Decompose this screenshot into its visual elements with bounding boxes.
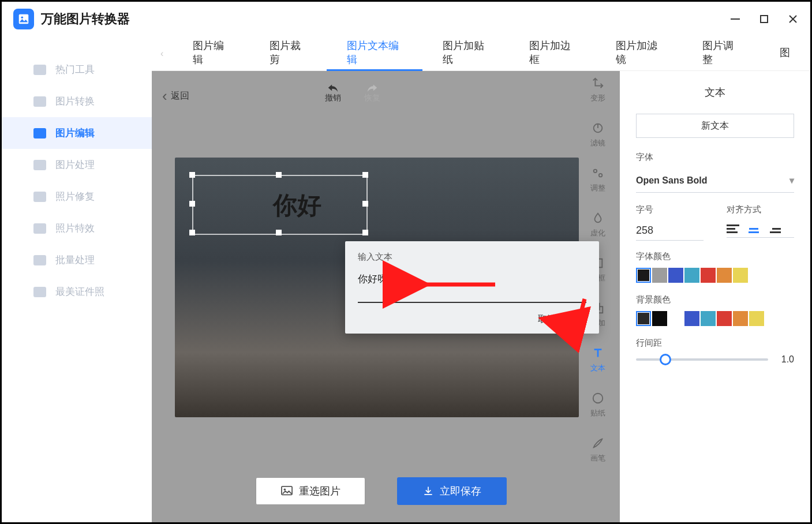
back-label: 返回 — [171, 90, 189, 102]
line-spacing-value: 1.0 — [777, 354, 794, 365]
text-icon — [592, 347, 604, 360]
sidebar-item-process[interactable]: 图片处理 — [2, 149, 152, 181]
tool-adjust[interactable]: 调整 — [590, 167, 605, 193]
sidebar-label: 图片处理 — [55, 158, 95, 171]
save-label: 立即保存 — [440, 484, 481, 498]
tool-sticker[interactable]: 贴纸 — [590, 392, 605, 418]
window-controls — [729, 13, 799, 25]
color-swatch[interactable] — [733, 268, 748, 283]
tool-text[interactable]: 文本 — [590, 347, 605, 373]
font-select[interactable]: Open Sans Bold ▾ — [636, 169, 794, 193]
color-swatch[interactable] — [733, 311, 748, 326]
minimize-button[interactable] — [729, 13, 741, 25]
size-label: 字号 — [636, 204, 704, 215]
tab-border[interactable]: 图片加边框 — [509, 36, 596, 71]
sidebar-item-batch[interactable]: 批量处理 — [2, 244, 152, 276]
dialog-cancel-button[interactable]: 取消 — [538, 313, 556, 325]
color-swatch[interactable] — [701, 268, 716, 283]
color-swatch[interactable] — [717, 268, 732, 283]
svg-point-10 — [593, 394, 603, 403]
new-text-button[interactable]: 新文本 — [636, 114, 794, 138]
right-panel: 文本 新文本 字体 Open Sans Bold ▾ 字号 258 对齐方式 字… — [620, 71, 810, 522]
filter-icon — [592, 122, 604, 134]
color-swatch[interactable] — [636, 268, 651, 283]
tab-adjust[interactable]: 图片调整 — [682, 36, 759, 71]
font-value: Open Sans Bold — [636, 175, 708, 186]
annotation-arrow — [570, 296, 593, 339]
redo-label: 恢复 — [364, 93, 380, 103]
sidebar-label: 热门工具 — [55, 63, 95, 76]
svg-point-1 — [21, 16, 23, 18]
tab-filter[interactable]: 图片加滤镜 — [596, 36, 682, 71]
close-button[interactable] — [787, 13, 799, 25]
tool-brush[interactable]: 画笔 — [590, 437, 605, 463]
sidebar-label: 批量处理 — [55, 253, 95, 267]
color-swatch[interactable] — [717, 311, 732, 326]
sidebar-item-convert[interactable]: 图片转换 — [2, 85, 152, 117]
color-swatch[interactable] — [652, 268, 667, 283]
panel-title: 文本 — [636, 85, 794, 99]
align-center-button[interactable] — [747, 224, 760, 234]
reselect-button[interactable]: 重选图片 — [256, 477, 365, 505]
tab-bar: ‹ 图片编辑 图片裁剪 图片文本编辑 图片加贴纸 图片加边框 图片加滤镜 图片调… — [152, 36, 810, 71]
tool-transform[interactable]: 变形 — [590, 77, 605, 103]
line-spacing-slider[interactable] — [636, 358, 768, 361]
color-swatch[interactable] — [636, 311, 651, 326]
sidebar-label: 最美证件照 — [55, 285, 104, 298]
undo-button[interactable]: 撤销 — [325, 83, 341, 103]
color-swatch[interactable] — [684, 311, 699, 326]
redo-button[interactable]: 恢复 — [364, 83, 380, 103]
save-button[interactable]: 立即保存 — [397, 477, 507, 505]
sidebar-label: 照片特效 — [55, 222, 95, 235]
tab-text[interactable]: 图片文本编辑 — [327, 36, 422, 71]
sidebar-item-hot[interactable]: 热门工具 — [2, 54, 152, 85]
effect-icon — [33, 223, 46, 234]
back-button[interactable]: 返回 — [162, 88, 189, 103]
slider-thumb[interactable] — [660, 354, 671, 365]
line-spacing-label: 行间距 — [636, 338, 794, 349]
canvas-text[interactable]: 你好 — [273, 189, 321, 222]
align-right-button[interactable] — [768, 224, 781, 234]
download-icon — [422, 485, 434, 497]
color-swatch[interactable] — [749, 311, 764, 326]
transform-icon — [592, 77, 604, 89]
color-swatch[interactable] — [668, 268, 683, 283]
tool-filter[interactable]: 滤镜 — [590, 122, 605, 148]
svg-rect-0 — [19, 14, 29, 24]
svg-point-5 — [594, 170, 597, 173]
app-title: 万能图片转换器 — [41, 10, 130, 28]
align-label: 对齐方式 — [727, 204, 794, 215]
font-label: 字体 — [636, 152, 794, 163]
idphoto-icon — [33, 287, 46, 297]
blur-icon — [592, 212, 604, 224]
svg-point-12 — [284, 488, 286, 491]
font-color-label: 字体颜色 — [636, 251, 794, 262]
undo-label: 撤销 — [325, 93, 341, 103]
tab-crop[interactable]: 图片裁剪 — [249, 36, 327, 71]
size-input[interactable]: 258 — [636, 221, 704, 241]
color-swatch[interactable] — [652, 311, 667, 326]
sidebar-item-repair[interactable]: 照片修复 — [2, 181, 152, 212]
sidebar-label: 照片修复 — [55, 190, 95, 203]
tab-scroll-left[interactable]: ‹ — [152, 48, 173, 59]
bg-color-label: 背景颜色 — [636, 294, 794, 305]
titlebar: 万能图片转换器 — [2, 2, 810, 36]
font-color-swatches — [636, 268, 794, 283]
edit-icon — [33, 128, 46, 139]
sidebar-item-idphoto[interactable]: 最美证件照 — [2, 276, 152, 308]
tab-edit[interactable]: 图片编辑 — [173, 36, 250, 71]
tool-blur[interactable]: 虚化 — [590, 212, 605, 238]
batch-icon — [33, 255, 46, 265]
maximize-button[interactable] — [758, 13, 770, 25]
sticker-icon — [592, 392, 604, 405]
color-swatch[interactable] — [701, 311, 716, 326]
tab-more[interactable]: 图 — [759, 36, 810, 71]
undo-icon — [327, 83, 339, 93]
svg-rect-3 — [761, 16, 768, 23]
sidebar-item-effect[interactable]: 照片特效 — [2, 212, 152, 244]
align-left-button[interactable] — [727, 224, 739, 234]
sidebar-item-edit[interactable]: 图片编辑 — [2, 117, 152, 149]
color-swatch[interactable] — [684, 268, 699, 283]
redo-icon — [366, 83, 379, 93]
tab-sticker[interactable]: 图片加贴纸 — [422, 36, 509, 71]
